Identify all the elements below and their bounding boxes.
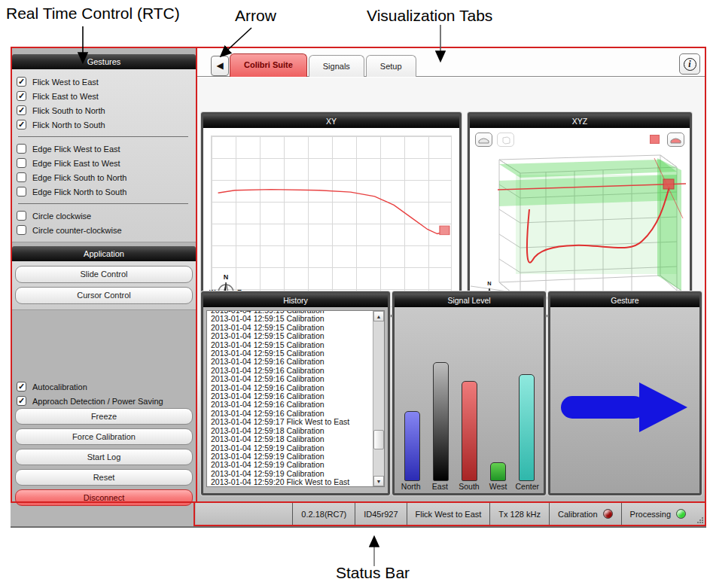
checkbox[interactable]: ✓ <box>17 396 26 406</box>
checkbox-label: Circle clockwise <box>32 212 91 221</box>
app-button-cursor-control[interactable]: Cursor Control <box>15 287 193 304</box>
checkbox-label: Flick South to North <box>32 106 105 115</box>
main-region: ◀ Colibri SuiteSignalsSetup i XY <box>197 48 705 501</box>
app-button-slide-control[interactable]: Slide Control <box>15 266 193 283</box>
tab-colibri-suite[interactable]: Colibri Suite <box>230 53 307 77</box>
options-section: ✓Autocalibration✓Approach Detection / Po… <box>17 379 196 408</box>
tab-bar: ◀ Colibri SuiteSignalsSetup i <box>197 48 705 77</box>
action-button-force-calibration[interactable]: Force Calibration <box>15 428 193 445</box>
checkbox-label: Flick North to South <box>32 120 105 129</box>
signal-bar <box>490 462 506 481</box>
separator <box>18 136 188 137</box>
annotation-rtc: Real Time Control (RTC) <box>6 5 180 23</box>
checkbox-row: Edge Flick North to South <box>17 184 196 199</box>
svg-text:N: N <box>487 280 491 287</box>
action-button-reset[interactable]: Reset <box>15 469 193 486</box>
checkbox-label: Edge Flick West to East <box>32 145 120 154</box>
visualization-tabs: Colibri SuiteSignalsSetup <box>230 53 418 77</box>
checkbox[interactable] <box>17 225 26 235</box>
tab-signals[interactable]: Signals <box>309 55 364 77</box>
status-segment-id45r927: ID45r927 <box>355 503 406 525</box>
xyz-view-plane-button[interactable] <box>475 133 492 147</box>
history-entry: 2013-01-04 12:59:16 Calibration <box>211 375 384 383</box>
history-listbox[interactable]: 2013-01-04 12:59:15 Calibration2013-01-0… <box>206 310 385 487</box>
checkbox-row: ✓Flick North to South <box>17 117 196 132</box>
signal-bar <box>519 374 535 481</box>
application-section: Application Slide ControlCursor Control <box>12 246 196 310</box>
signal-bar-south <box>458 381 480 481</box>
annotation-status-bar: Status Bar <box>336 564 410 582</box>
status-led-icon <box>603 509 613 519</box>
history-body: 2013-01-04 12:59:15 Calibration2013-01-0… <box>203 307 388 493</box>
status-led-icon <box>676 509 686 519</box>
history-panel: History 2013-01-04 12:59:15 Calibration2… <box>201 291 390 495</box>
status-segment-tx-128-khz: Tx 128 kHz <box>489 503 549 525</box>
info-button[interactable]: i <box>679 53 700 75</box>
history-panel-title: History <box>203 294 388 307</box>
checkbox[interactable]: ✓ <box>17 91 26 101</box>
checkbox[interactable] <box>17 211 26 221</box>
gesture-body <box>550 307 699 493</box>
checkbox[interactable]: ✓ <box>17 77 26 87</box>
status-bar: 0.2.18(RC7)ID45r927Flick West to EastTx … <box>196 503 705 525</box>
status-segment-0-2-18-rc7-: 0.2.18(RC7) <box>292 503 355 525</box>
status-text: Calibration <box>558 510 598 519</box>
xyz-highlight-button[interactable] <box>667 133 684 147</box>
checkbox[interactable] <box>17 172 26 182</box>
signal-bar-label: North <box>398 482 424 493</box>
gesture-arrow-icon <box>558 373 693 441</box>
signal-level-body: NorthEastSouthWestCenter <box>395 307 544 493</box>
xyz-view-cube-button[interactable] <box>497 133 514 147</box>
signal-bar-west <box>486 462 509 481</box>
application-header: Application <box>12 246 196 261</box>
checkbox[interactable]: ✓ <box>17 120 26 129</box>
action-button-freeze[interactable]: Freeze <box>15 408 193 425</box>
separator <box>18 203 188 204</box>
action-button-start-log[interactable]: Start Log <box>15 449 193 465</box>
signal-level-panel: Signal Level NorthEastSouthWestCenter <box>392 291 546 495</box>
gestures-list: ✓Flick West to East✓Flick East to West✓F… <box>12 69 196 242</box>
scroll-up-icon[interactable]: ▲ <box>373 311 384 321</box>
signal-level-panel-title: Signal Level <box>395 294 544 307</box>
annotation-arrow: Arrow <box>235 7 276 25</box>
checkbox-label: Approach Detection / Power Saving <box>32 397 163 406</box>
actions-section: FreezeForce CalibrationStart LogResetDis… <box>15 408 193 510</box>
info-icon: i <box>684 58 696 71</box>
gesture-panel-title: Gesture <box>550 294 699 307</box>
scroll-down-icon[interactable]: ▼ <box>373 476 384 486</box>
signal-bar-label: Center <box>514 482 540 493</box>
checkbox-label: Flick West to East <box>32 78 99 87</box>
scrollbar-thumb[interactable] <box>373 430 384 449</box>
xy-plot-area: N E S W <box>203 128 459 315</box>
history-entry: 2013-01-04 12:59:18 Calibration <box>211 435 384 443</box>
checkbox-label: Circle counter-clockwise <box>32 226 122 235</box>
status-text: Flick West to East <box>416 510 482 519</box>
signal-bar-east <box>429 362 452 481</box>
status-segment-processing: Processing <box>621 503 694 525</box>
checkbox[interactable] <box>17 187 26 197</box>
checkbox[interactable] <box>17 144 26 154</box>
resize-grip-icon[interactable] <box>694 503 705 525</box>
application-window: Gestures ✓Flick West to East✓Flick East … <box>11 47 706 528</box>
history-scrollbar[interactable]: ▲ ▼ <box>373 311 384 486</box>
checkbox[interactable]: ✓ <box>17 382 26 391</box>
checkbox[interactable]: ✓ <box>17 105 26 115</box>
xy-position-marker <box>440 226 449 235</box>
checkbox-row: Circle counter-clockwise <box>17 223 196 237</box>
tab-setup[interactable]: Setup <box>366 55 416 77</box>
xyz-marker-swatch-icon[interactable] <box>650 135 660 144</box>
collapse-arrow-button[interactable]: ◀ <box>211 56 229 76</box>
signal-bar <box>433 362 449 481</box>
signal-bar-center <box>515 374 538 481</box>
tab-page: XY N E S W <box>197 78 705 501</box>
checkbox-row: Circle clockwise <box>17 209 196 223</box>
status-text: Processing <box>630 510 671 519</box>
signal-bar-label: East <box>427 482 453 493</box>
status-text: 0.2.18(RC7) <box>301 510 346 519</box>
disconnect-button[interactable]: Disconnect <box>15 489 193 506</box>
checkbox-row: Edge Flick East to West <box>17 156 196 170</box>
checkbox-row: ✓Flick West to East <box>17 75 196 89</box>
rtc-sidebar: Gestures ✓Flick West to East✓Flick East … <box>12 48 196 501</box>
checkbox[interactable] <box>17 158 26 168</box>
checkbox-label: Autocalibration <box>32 382 87 391</box>
